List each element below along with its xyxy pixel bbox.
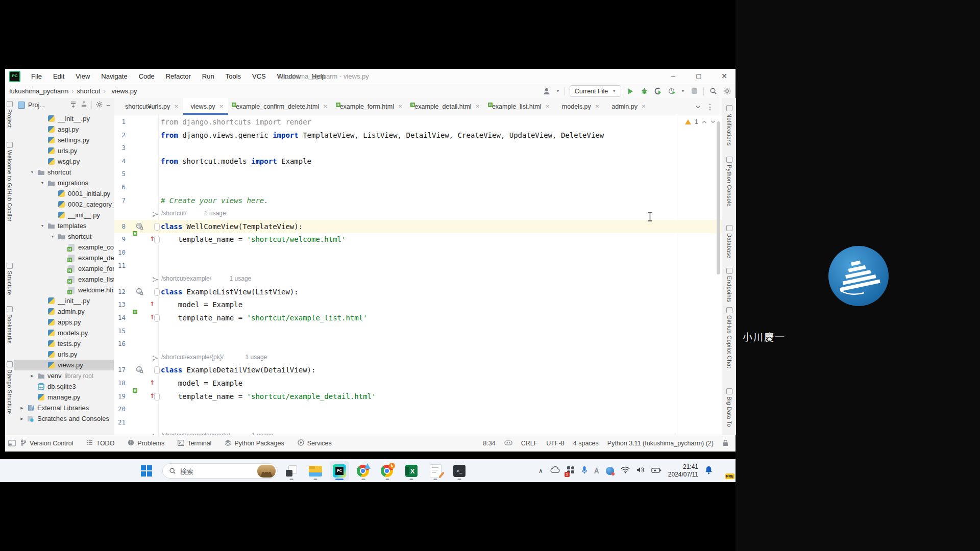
user-chevron-icon[interactable]: ▼	[556, 89, 560, 93]
tree-item-example-form[interactable]: example_form	[14, 263, 114, 274]
tree-item-apps-py[interactable]: apps.py	[14, 317, 114, 328]
tab-close-icon[interactable]: ✕	[219, 104, 224, 109]
goto-parent-arrow-icon[interactable]: ↑	[150, 380, 155, 386]
menu-item-edit[interactable]: Edit	[47, 69, 70, 84]
search-everywhere-icon[interactable]	[708, 87, 718, 96]
tree-item-db-sqlite3[interactable]: db.sqlite3	[14, 381, 114, 392]
menu-item-view[interactable]: View	[70, 69, 95, 84]
menu-item-tools[interactable]: Tools	[220, 69, 247, 84]
route-inlay-link[interactable]: /shortcut/example/create/	[161, 429, 230, 435]
tree-item-models-py[interactable]: models.py	[14, 328, 114, 338]
ime-mode-indicator[interactable]: A	[594, 467, 599, 475]
tab-options-kebab-icon[interactable]: ⋮	[704, 98, 716, 115]
editor-tab-example-form-html[interactable]: example_form.html✕	[332, 98, 407, 115]
status-tool-problems[interactable]: Problems	[128, 439, 164, 447]
editor-tab-example-confirm-delete-html[interactable]: example_confirm_delete.html✕	[228, 98, 332, 115]
tree-chevron-icon[interactable]: ▼	[28, 170, 37, 174]
taskbar-app-file-explorer[interactable]	[306, 461, 325, 481]
tree-item-urls-py[interactable]: urls.py	[14, 145, 114, 156]
breadcrumb-item[interactable]: shortcut	[77, 87, 100, 95]
status-tool-python-packages[interactable]: Python Packages	[225, 439, 284, 447]
tool-window-switcher-icon[interactable]	[8, 439, 16, 448]
taskbar-app-widgets[interactable]	[282, 461, 301, 481]
fold-marker[interactable]	[154, 236, 160, 243]
line-separator[interactable]: CRLF	[521, 440, 538, 447]
hide-panel-icon[interactable]: –	[107, 103, 110, 108]
taskbar-app-chrome-blue-badge[interactable]	[354, 461, 373, 481]
panel-settings-gear-icon[interactable]	[96, 101, 103, 110]
editor-tab-models-py[interactable]: models.py✕	[554, 98, 604, 115]
menu-item-run[interactable]: Run	[197, 69, 220, 84]
project-panel-title[interactable]: Proj...	[28, 102, 45, 109]
battery-icon[interactable]	[651, 466, 662, 475]
tab-list-chevron-icon[interactable]	[692, 98, 703, 115]
wifi-icon[interactable]	[621, 466, 630, 475]
tool-button-structure[interactable]: Structure	[5, 263, 14, 295]
django-view-gutter-icon[interactable]	[136, 222, 143, 230]
fold-marker[interactable]	[154, 393, 160, 400]
tree-item-templates[interactable]: ▼templates	[14, 220, 114, 231]
tab-close-icon[interactable]: ✕	[174, 104, 178, 109]
menu-item-code[interactable]: Code	[133, 69, 160, 84]
taskbar-app-terminal[interactable]: >_	[450, 461, 469, 481]
tree-item-settings-py[interactable]: settings.py	[14, 135, 114, 145]
fold-marker[interactable]	[154, 314, 160, 322]
usages-inlay-link[interactable]: 1 usage	[230, 272, 252, 285]
editor-tab-example-list-html[interactable]: example_list.html✕	[484, 98, 554, 115]
editor-scrollbar[interactable]	[717, 121, 720, 274]
tree-chevron-icon[interactable]: ▼	[48, 235, 57, 238]
file-encoding[interactable]: UTF-8	[546, 440, 564, 447]
tree-item-external-libraries[interactable]: ▶External Libraries	[14, 403, 114, 413]
microphone-icon[interactable]	[581, 466, 587, 477]
expand-all-icon[interactable]	[70, 101, 77, 110]
tool-button-project[interactable]: Project	[5, 101, 14, 128]
goto-parent-arrow-icon[interactable]: ↑	[150, 301, 155, 307]
tree-item-shortcut[interactable]: ▼shortcut	[14, 231, 114, 242]
debug-button[interactable]	[640, 87, 649, 96]
tree-item-shortcut[interactable]: ▼shortcut	[14, 167, 114, 178]
close-button[interactable]: ✕	[717, 69, 732, 84]
tree-chevron-icon[interactable]: ▼	[38, 224, 47, 228]
teams-icon[interactable]: 1	[567, 466, 575, 476]
run-button[interactable]	[626, 87, 635, 96]
tab-close-icon[interactable]: ✕	[323, 104, 327, 109]
editor-tab-admin-py[interactable]: admin.py✕	[604, 98, 650, 115]
tab-close-icon[interactable]: ✕	[642, 104, 646, 109]
caret-position[interactable]: 8:34	[483, 440, 495, 447]
taskbar-app-notepad[interactable]	[426, 461, 445, 481]
prev-issue-chevron-icon[interactable]	[702, 120, 707, 123]
menu-item-file[interactable]: File	[26, 69, 47, 84]
tree-item-admin-py[interactable]: admin.py	[14, 306, 114, 317]
django-view-gutter-icon[interactable]	[136, 288, 143, 295]
tool-button-github-copilot-chat[interactable]: GitHub Copilot Chat	[722, 307, 736, 368]
python-interpreter[interactable]: Python 3.11 (fukushima_pycharm) (2)	[607, 440, 714, 447]
route-inlay-link[interactable]: /shortcut/example/{pk}/	[161, 350, 224, 364]
tree-item-wsgi-py[interactable]: wsgi.py	[14, 156, 114, 167]
tree-chevron-icon[interactable]: ▶	[17, 417, 27, 421]
tab-close-icon[interactable]: ✕	[595, 104, 599, 109]
tray-expand-chevron-icon[interactable]: ∧	[538, 467, 543, 474]
tool-button-endpoints[interactable]: Endpoints	[722, 268, 736, 303]
tree-item-welcome-htm[interactable]: welcome.htm	[14, 285, 114, 295]
tab-close-icon[interactable]: ✕	[475, 104, 479, 109]
route-inlay-link[interactable]: /shortcut/	[161, 207, 186, 220]
taskbar-app-chrome-k-badge[interactable]: k	[378, 461, 397, 481]
tab-close-icon[interactable]: ✕	[398, 104, 402, 109]
menu-item-vcs[interactable]: VCS	[247, 69, 272, 84]
user-profile-icon[interactable]	[542, 87, 551, 96]
start-button[interactable]	[141, 465, 152, 477]
settings-gear-icon[interactable]	[722, 87, 731, 96]
tree-chevron-icon[interactable]: ▶	[28, 374, 37, 378]
next-issue-chevron-icon[interactable]	[710, 120, 716, 123]
inspections-widget[interactable]: 1	[685, 118, 716, 126]
fold-marker[interactable]	[154, 288, 160, 296]
copilot-status-icon[interactable]	[504, 439, 512, 448]
volume-icon[interactable]	[636, 466, 645, 475]
lock-icon[interactable]	[722, 439, 728, 448]
minimize-button[interactable]: –	[666, 69, 681, 84]
tree-item-0002-category-ex[interactable]: 0002_category_ex	[14, 199, 114, 210]
tool-button-notifications[interactable]: Notifications	[722, 105, 736, 146]
notification-bell-icon[interactable]	[705, 466, 713, 477]
tree-item-urls-py[interactable]: urls.py	[14, 349, 114, 360]
tree-item--init-py[interactable]: __init__.py	[14, 113, 114, 124]
